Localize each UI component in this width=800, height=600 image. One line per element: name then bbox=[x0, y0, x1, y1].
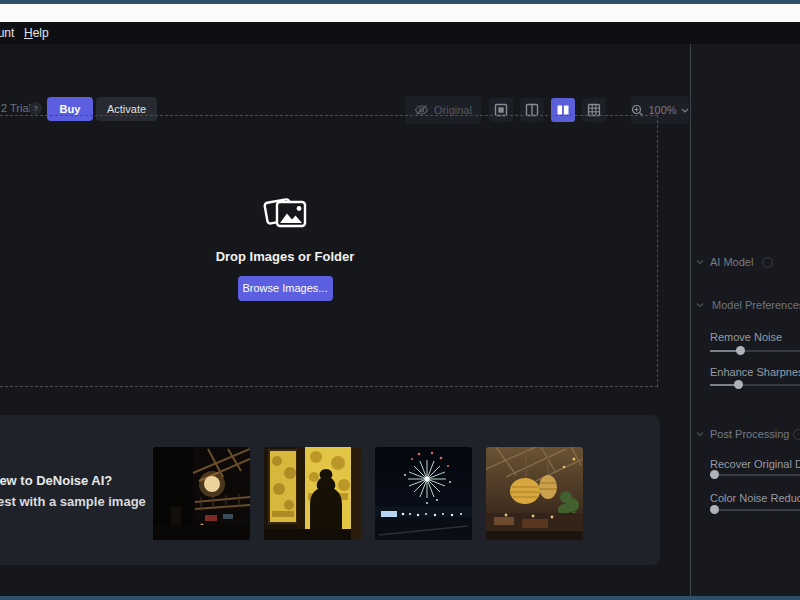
trial-label: 2 Trial bbox=[1, 102, 31, 114]
sample-heading: New to DeNoise AI? bbox=[0, 473, 146, 488]
info-icon[interactable] bbox=[762, 257, 773, 268]
chevron-down-icon bbox=[696, 302, 704, 308]
chevron-down-icon bbox=[696, 431, 704, 437]
toolbar: 2 Trial ? Buy Activate Original bbox=[0, 44, 690, 86]
settings-panel: AI Model Model Preferences Remove Noise … bbox=[691, 44, 800, 596]
color-noise-reduction-label: Color Noise Reduction bbox=[710, 492, 800, 504]
slider-track[interactable] bbox=[710, 474, 800, 476]
window-bottom-edge bbox=[0, 596, 800, 600]
sample-images-panel: New to DeNoise AI? Test with a sample im… bbox=[0, 415, 660, 565]
sample-image-stained-glass-silhouette[interactable] bbox=[264, 447, 361, 540]
menu-item-help[interactable]: Help bbox=[24, 22, 49, 44]
browser-chrome-strip bbox=[0, 4, 800, 22]
chevron-down-icon bbox=[681, 108, 689, 113]
menu-bar: Account Help bbox=[0, 22, 800, 44]
recover-original-detail-slider[interactable] bbox=[710, 470, 800, 480]
sample-subheading: Test with a sample image bbox=[0, 494, 146, 509]
sample-thumbnail-strip bbox=[153, 447, 583, 540]
chevron-down-icon bbox=[696, 259, 704, 265]
enhance-sharpness-label: Enhance Sharpness bbox=[710, 366, 800, 378]
slider-thumb[interactable] bbox=[710, 505, 719, 514]
remove-noise-slider[interactable] bbox=[710, 346, 800, 356]
color-noise-reduction-slider[interactable] bbox=[710, 505, 800, 515]
menu-item-account[interactable]: Account bbox=[0, 22, 14, 44]
slider-track[interactable] bbox=[710, 509, 800, 511]
slider-thumb[interactable] bbox=[734, 380, 743, 389]
sample-text-block: New to DeNoise AI? Test with a sample im… bbox=[0, 473, 146, 509]
info-icon[interactable] bbox=[793, 429, 800, 440]
slider-thumb[interactable] bbox=[710, 470, 719, 479]
recover-original-detail-label: Recover Original Detail bbox=[710, 458, 800, 470]
slider-thumb[interactable] bbox=[736, 346, 745, 355]
sample-image-cafe-wicker-lamps[interactable] bbox=[486, 447, 583, 540]
drop-zone-title: Drop Images or Folder bbox=[185, 249, 385, 264]
drop-zone-content: Drop Images or Folder Browse Images... bbox=[185, 193, 385, 301]
enhance-sharpness-slider[interactable] bbox=[710, 380, 800, 390]
model-preferences-label: Model Preferences bbox=[712, 299, 800, 311]
remove-noise-label: Remove Noise bbox=[710, 331, 782, 343]
trial-help-icon[interactable]: ? bbox=[29, 102, 42, 115]
sample-image-restaurant-interior[interactable] bbox=[153, 447, 250, 540]
browse-images-button[interactable]: Browse Images... bbox=[238, 276, 333, 301]
post-processing-label: Post Processing bbox=[710, 428, 789, 440]
ai-model-label: AI Model bbox=[710, 256, 753, 268]
photos-icon bbox=[261, 193, 309, 235]
sample-image-fireworks-night[interactable] bbox=[375, 447, 472, 540]
